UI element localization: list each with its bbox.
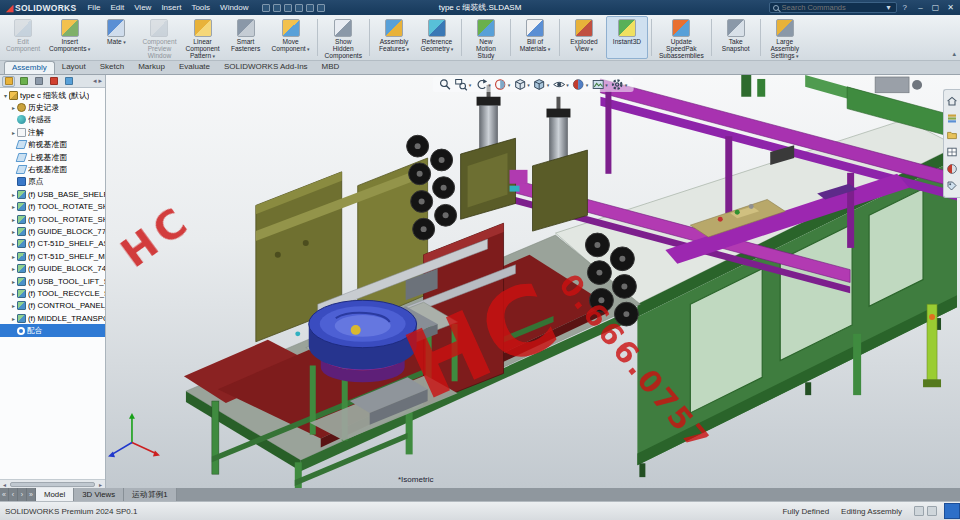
expand-arrow-icon[interactable]: ▸ xyxy=(10,278,17,285)
ribbon-button-reference-geometry[interactable]: Reference Geometry ▾ xyxy=(416,16,458,59)
view-orientation-button[interactable]: ▾ xyxy=(513,78,530,91)
ribbon-button-smart-fasteners[interactable]: Smart Fasteners xyxy=(225,16,267,59)
configurationmanager-tab[interactable] xyxy=(32,76,45,87)
ribbon-button-bill-of-materials[interactable]: Bill of Materials ▾ xyxy=(514,16,556,59)
scroll-thumb[interactable] xyxy=(10,482,95,487)
status-corner-box[interactable] xyxy=(944,503,960,519)
panel-horizontal-scrollbar[interactable]: ◂ ▸ xyxy=(0,479,105,488)
tree-item-item-7[interactable]: 原点 xyxy=(0,176,105,188)
tree-item-item-3[interactable]: ▸注解 xyxy=(0,126,105,138)
tab-scroll-button-2[interactable]: › xyxy=(18,488,27,501)
tree-item-f-tool-rotate-sheli[interactable]: ▸(f) TOOL_ROTATE_SHELI xyxy=(0,213,105,225)
menu-insert[interactable]: Insert xyxy=(156,3,186,12)
tab-mbd[interactable]: MBD xyxy=(315,61,347,74)
ribbon-button-mate[interactable]: Mate ▾ xyxy=(95,16,137,59)
ribbon-button-take-snapshot[interactable]: Take Snapshot xyxy=(715,16,757,59)
apply-scene-button[interactable]: ▾ xyxy=(591,78,608,91)
tab-scroll-button-1[interactable]: ‹ xyxy=(9,488,18,501)
search-commands-input[interactable] xyxy=(782,3,885,12)
new-icon[interactable] xyxy=(262,4,270,12)
tree-item-f-control-panel-s[interactable]: ▸(f) CONTROL_PANEL_S xyxy=(0,300,105,312)
expand-arrow-icon[interactable]: ▸ xyxy=(10,228,17,235)
tree-item-item-1[interactable]: ▸历史记录 xyxy=(0,101,105,113)
print-icon[interactable] xyxy=(295,4,303,12)
expand-arrow-icon[interactable]: ▸ xyxy=(10,240,17,247)
ribbon-button-linear-component-pattern[interactable]: Linear Component Pattern ▾ xyxy=(181,16,223,59)
expand-arrow-icon[interactable]: ▸ xyxy=(10,253,17,260)
tab-assembly[interactable]: Assembly xyxy=(4,61,55,74)
menu-tools[interactable]: Tools xyxy=(186,3,215,12)
scroll-right-icon[interactable]: ▸ xyxy=(96,481,105,488)
tab-markup[interactable]: Markup xyxy=(131,61,172,74)
tab-evaluate[interactable]: Evaluate xyxy=(172,61,217,74)
ribbon-button-move-component[interactable]: Move Component ▾ xyxy=(268,16,314,59)
tab-scroll-button-0[interactable]: « xyxy=(0,488,9,501)
maximize-button[interactable]: ▢ xyxy=(928,3,943,12)
expand-arrow-icon[interactable]: ▾ xyxy=(2,92,9,99)
expand-arrow-icon[interactable]: ▸ xyxy=(10,302,17,309)
tree-item-f-tool-recycle-she[interactable]: ▸(f) TOOL_RECYCLE_SHE xyxy=(0,287,105,299)
tree-item-item-6[interactable]: 右视基准面 xyxy=(0,163,105,175)
expand-arrow-icon[interactable]: ▸ xyxy=(10,203,17,210)
ribbon-collapse-icon[interactable]: ▴ xyxy=(952,50,956,58)
ribbon-button-component-preview-window[interactable]: Component Preview Window xyxy=(138,16,180,59)
design-library-tab[interactable] xyxy=(946,112,958,124)
hide-show-items-button[interactable]: ▾ xyxy=(552,78,569,91)
ribbon-button-edit-component[interactable]: Edit Component xyxy=(2,16,44,59)
expand-arrow-icon[interactable]: ▸ xyxy=(10,216,17,223)
ribbon-button-insert-components[interactable]: Insert Components ▾ xyxy=(45,16,94,59)
solidworks-resources-tab[interactable] xyxy=(946,95,958,107)
panel-chevron-right[interactable]: ▸ xyxy=(98,77,102,85)
tree-item-item-5[interactable]: 上视基准面 xyxy=(0,151,105,163)
bottom-tab-3d-views[interactable]: 3D Views xyxy=(74,488,124,501)
ribbon-button-assembly-features[interactable]: Assembly Features ▾ xyxy=(373,16,415,59)
display-style-button[interactable]: ▾ xyxy=(533,78,550,91)
status-tag-icon[interactable] xyxy=(927,506,937,516)
tab-layout[interactable]: Layout xyxy=(55,61,93,74)
tree-item-f-ct-51d-shelf-asm[interactable]: ▸(f) CT-51D_SHELF_ASM xyxy=(0,238,105,250)
expand-arrow-icon[interactable]: ▸ xyxy=(10,104,17,111)
edit-appearance-button[interactable]: ▾ xyxy=(572,78,589,91)
undo-icon[interactable] xyxy=(306,4,314,12)
search-dropdown-arrow-icon[interactable]: ▾ xyxy=(885,3,893,12)
ribbon-button-instant3d[interactable]: Instant3D xyxy=(606,16,648,59)
save-icon[interactable] xyxy=(284,4,292,12)
open-icon[interactable] xyxy=(273,4,281,12)
tree-item-f-middle-transpor[interactable]: ▸(f) MIDDLE_TRANSPOR xyxy=(0,312,105,324)
expand-arrow-icon[interactable]: ▸ xyxy=(10,191,17,198)
tab-solidworks-add-ins[interactable]: SOLIDWORKS Add-Ins xyxy=(217,61,315,74)
tab-sketch[interactable]: Sketch xyxy=(93,61,131,74)
appearances-scenes-tab[interactable] xyxy=(946,163,958,175)
zoom-to-fit-button[interactable] xyxy=(439,78,452,91)
bottom-tab-model[interactable]: Model xyxy=(36,488,74,501)
menu-file[interactable]: File xyxy=(82,3,105,12)
view-settings-button[interactable]: ▾ xyxy=(611,78,628,91)
ribbon-button-large-assembly-settings[interactable]: Large Assembly Settings ▾ xyxy=(764,16,806,59)
dimxpertmanager-tab[interactable] xyxy=(47,76,60,87)
zoom-to-area-button[interactable]: ▾ xyxy=(455,78,472,91)
tree-item-item-4[interactable]: 前视基准面 xyxy=(0,139,105,151)
close-button[interactable]: ✕ xyxy=(943,3,958,12)
tree-item-item-2[interactable]: 传感器 xyxy=(0,114,105,126)
tree-item-f-usb-tool-lift-she[interactable]: ▸(f) USB_TOOL_LIFT_SHE xyxy=(0,275,105,287)
rebuild-icon[interactable] xyxy=(317,4,325,12)
previous-view-button[interactable]: ▾ xyxy=(474,78,491,91)
status-filter-icon[interactable] xyxy=(914,506,924,516)
ribbon-button-new-motion-study[interactable]: New Motion Study xyxy=(465,16,507,59)
bottom-tab-1[interactable]: 运动算例1 xyxy=(124,488,177,501)
tree-item-f-usb-base-shelf-a[interactable]: ▸(f) USB_BASE_SHELF_A xyxy=(0,188,105,200)
section-view-button[interactable]: ▾ xyxy=(494,78,511,91)
expand-arrow-icon[interactable]: ▸ xyxy=(10,265,17,272)
file-explorer-tab[interactable] xyxy=(946,129,958,141)
tree-item-item-19[interactable]: 配合 xyxy=(0,324,105,336)
scroll-left-icon[interactable]: ◂ xyxy=(0,481,9,488)
tree-item-f-ct-51d-shelf-mir[interactable]: ▸(f) CT-51D_SHELF_MIR xyxy=(0,250,105,262)
featuremanager-tab[interactable] xyxy=(2,76,15,87)
ribbon-button-show-hidden-components[interactable]: Show Hidden Components xyxy=(321,16,366,59)
menu-edit[interactable]: Edit xyxy=(105,3,129,12)
tree-item-type-c[interactable]: ▾type c 细装线 (默认) xyxy=(0,89,105,101)
ribbon-button-exploded-view[interactable]: Exploded View ▾ xyxy=(563,16,605,59)
propertymanager-tab[interactable] xyxy=(17,76,30,87)
tab-scroll-button-3[interactable]: » xyxy=(27,488,36,501)
tree-item-f-tool-rotate-sheli[interactable]: ▸(f) TOOL_ROTATE_SHELI xyxy=(0,201,105,213)
